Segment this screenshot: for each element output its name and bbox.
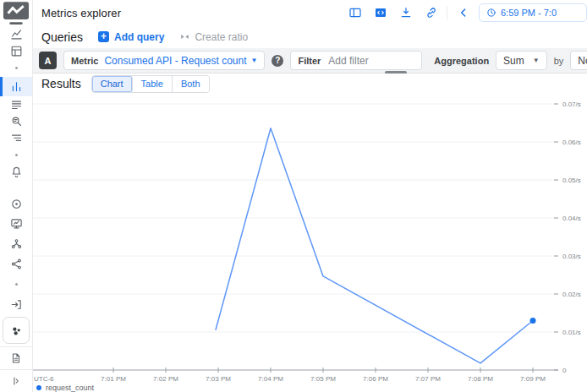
create-ratio-button[interactable]: Create ratio xyxy=(179,31,248,43)
section-dot xyxy=(0,146,32,163)
svg-text:7:04 PM: 7:04 PM xyxy=(258,375,283,383)
metric-value: Consumed API - Request count xyxy=(104,55,246,67)
chevron-left-icon[interactable] xyxy=(456,6,470,20)
aggregation-label: Aggregation xyxy=(434,56,489,66)
svg-text:0: 0 xyxy=(562,367,567,374)
filter-input[interactable] xyxy=(326,54,414,68)
link-icon[interactable] xyxy=(424,6,438,20)
clock-icon xyxy=(486,8,496,18)
tab-chart[interactable]: Chart xyxy=(92,76,133,92)
time-range-label: 6:59 PM - 7:0 xyxy=(501,8,557,18)
svg-text:0.01/s: 0.01/s xyxy=(562,329,581,336)
metric-dropdown[interactable]: Consumed API - Request count ▼ xyxy=(104,55,257,67)
svg-text:0.04/s: 0.04/s xyxy=(562,215,581,222)
svg-text:0.07/s: 0.07/s xyxy=(562,101,581,108)
code-editor-icon[interactable] xyxy=(373,6,387,20)
metric-selector[interactable]: Metric Consumed API - Request count ▼ xyxy=(63,51,265,70)
add-query-button[interactable]: + Add query xyxy=(98,31,164,43)
header-actions: 6:59 PM - 7:0 xyxy=(348,3,587,22)
search-logs-icon[interactable] xyxy=(0,113,32,130)
group-by-value: None xyxy=(578,55,587,67)
metrics-explorer-app: { "header": { "title": "Metrics explorer… xyxy=(0,0,587,392)
results-title: Results xyxy=(41,77,81,90)
queries-section: Queries + Add query Create ratio xyxy=(32,25,587,48)
by-label: by xyxy=(554,56,564,66)
header: Metrics explorer 6:59 PM - 7:0 xyxy=(32,0,587,26)
svg-text:7:07 PM: 7:07 PM xyxy=(415,375,441,383)
svg-text:7:02 PM: 7:02 PM xyxy=(153,375,178,383)
filter-label: Filter xyxy=(298,56,321,66)
results-view-tabs: Chart Table Both xyxy=(91,75,210,93)
sidebar xyxy=(0,0,33,392)
panel-toggle-icon[interactable] xyxy=(348,6,362,20)
section-dot xyxy=(0,60,32,77)
dashboards-grid-icon[interactable] xyxy=(0,43,32,60)
help-icon[interactable]: ? xyxy=(272,55,283,67)
svg-text:7:03 PM: 7:03 PM xyxy=(206,375,231,383)
metrics-explorer-bar-chart-icon[interactable] xyxy=(0,77,32,96)
plus-icon: + xyxy=(98,31,109,42)
overview-line-chart-icon[interactable] xyxy=(0,26,32,43)
query-letter-badge[interactable]: A xyxy=(39,52,57,69)
svg-text:7:08 PM: 7:08 PM xyxy=(468,375,493,383)
chart-area: 00.01/s0.02/s0.03/s0.04/s0.05/s0.06/s0.0… xyxy=(32,93,587,392)
caret-down-icon: ▼ xyxy=(251,57,258,64)
dots-cluster-icon[interactable] xyxy=(3,317,30,344)
add-query-label: Add query xyxy=(114,31,164,43)
legend-label: request_count xyxy=(46,384,94,392)
list-icon[interactable] xyxy=(0,96,32,113)
doc-edit-icon[interactable] xyxy=(0,346,32,369)
tab-both[interactable]: Both xyxy=(173,76,209,92)
legend-dot-icon xyxy=(36,385,41,390)
caret-down-icon: ▼ xyxy=(533,57,540,64)
create-ratio-label: Create ratio xyxy=(195,31,248,43)
group-by-dropdown[interactable]: None ▼ xyxy=(570,51,587,70)
svg-text:0.06/s: 0.06/s xyxy=(562,139,581,146)
query-builder: A Metric Consumed API - Request count ▼ … xyxy=(32,48,587,74)
monitoring-logo-icon[interactable] xyxy=(0,0,32,26)
trace-filter-icon[interactable] xyxy=(0,129,32,146)
download-icon[interactable] xyxy=(398,6,413,20)
tab-table[interactable]: Table xyxy=(133,76,173,92)
svg-text:7:09 PM: 7:09 PM xyxy=(520,375,546,383)
expand-panel-icon[interactable] xyxy=(0,369,32,392)
filter-box[interactable]: Filter xyxy=(290,51,422,70)
svg-text:0.02/s: 0.02/s xyxy=(562,291,581,298)
uptime-target-icon[interactable] xyxy=(0,193,32,214)
settings-arrow-in-icon[interactable] xyxy=(0,295,32,315)
queries-title: Queries xyxy=(41,30,83,44)
svg-text:0.03/s: 0.03/s xyxy=(562,253,581,260)
aggregation-value: Sum xyxy=(503,55,524,67)
svg-text:0.05/s: 0.05/s xyxy=(562,177,581,184)
timeseries-chart: 00.01/s0.02/s0.03/s0.04/s0.05/s0.06/s0.0… xyxy=(32,93,587,392)
time-range-selector[interactable]: 6:59 PM - 7:0 xyxy=(479,3,587,22)
groups-nodes-icon[interactable] xyxy=(0,234,32,254)
svg-text:UTC-6: UTC-6 xyxy=(34,375,54,383)
svg-text:7:06 PM: 7:06 PM xyxy=(363,375,388,383)
integrations-share-icon[interactable] xyxy=(0,254,32,275)
results-section: Results Chart Table Both xyxy=(32,74,587,94)
metric-label: Metric xyxy=(71,56,98,66)
vm-screen-icon[interactable] xyxy=(0,214,32,234)
legend-request-count[interactable]: request_count xyxy=(36,384,94,392)
alerting-bell-icon[interactable] xyxy=(0,163,32,180)
svg-text:7:05 PM: 7:05 PM xyxy=(310,375,336,383)
svg-text:7:01 PM: 7:01 PM xyxy=(101,375,126,383)
page-title: Metrics explorer xyxy=(32,7,121,19)
aggregation-dropdown[interactable]: Sum ▼ xyxy=(496,51,547,70)
header-divider xyxy=(447,6,447,19)
ratio-icon xyxy=(179,31,190,42)
section-dot xyxy=(0,275,32,295)
